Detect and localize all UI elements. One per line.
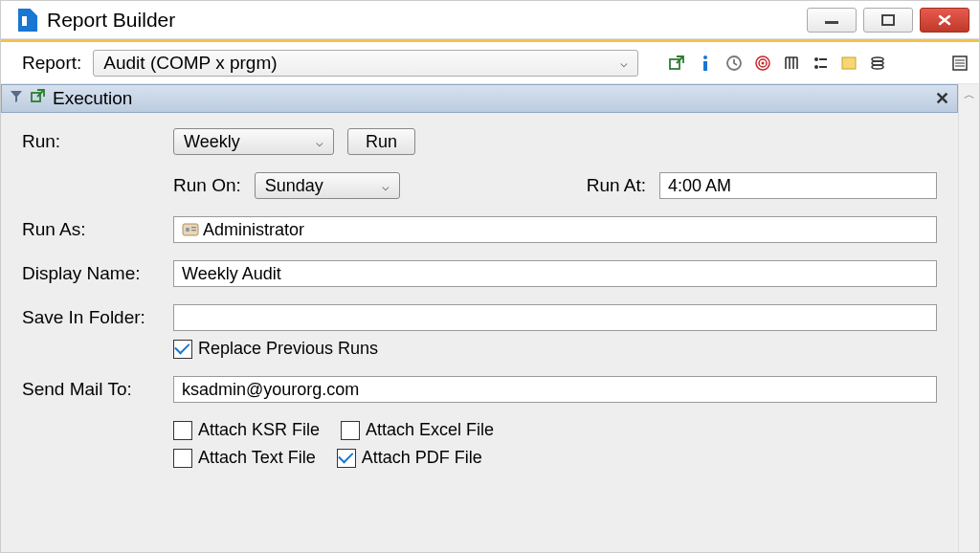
run-on-value: Sunday: [265, 176, 323, 196]
run-frequency-dropdown[interactable]: Weekly ⌵: [173, 128, 334, 155]
target-icon[interactable]: [753, 54, 772, 73]
checkbox-icon: [173, 340, 192, 359]
svg-point-3: [703, 55, 707, 59]
run-on-dropdown[interactable]: Sunday ⌵: [255, 172, 400, 199]
popout-icon[interactable]: [31, 89, 45, 108]
info-icon[interactable]: [696, 54, 715, 73]
app-icon: [18, 9, 37, 32]
attach-ksr-checkbox[interactable]: Attach KSR File: [173, 420, 320, 440]
stack-icon[interactable]: [868, 54, 887, 73]
run-as-input[interactable]: Administrator: [173, 216, 937, 243]
report-dropdown[interactable]: Audit (COMP x prgm) ⌵: [93, 50, 638, 77]
run-as-label: Run As:: [22, 219, 173, 240]
send-mail-input[interactable]: ksadmin@yourorg.com: [173, 376, 937, 403]
popout-icon[interactable]: [667, 54, 686, 73]
section-title: Execution: [53, 88, 132, 109]
scroll-track[interactable]: [959, 105, 979, 553]
checkbox-icon: [341, 421, 360, 440]
checkbox-icon: [173, 449, 192, 468]
toolbar-right: [950, 54, 969, 73]
run-label: Run:: [22, 131, 173, 152]
maximize-button[interactable]: [863, 8, 913, 33]
window-controls: [807, 8, 979, 33]
row-attach-2: Attach Text File Attach PDF File: [22, 448, 937, 468]
report-value: Audit (COMP x prgm): [103, 53, 277, 74]
svg-rect-24: [191, 227, 196, 228]
svg-point-9: [814, 57, 818, 61]
attach-text-label: Attach Text File: [198, 448, 316, 468]
row-schedule: Run On: Sunday ⌵ Run At: 4:00 AM: [22, 172, 937, 199]
vertical-scrollbar[interactable]: ︿: [958, 84, 979, 553]
properties-icon[interactable]: [950, 54, 969, 73]
save-folder-label: Save In Folder:: [22, 307, 173, 328]
run-at-value: 4:00 AM: [668, 176, 731, 196]
close-button[interactable]: [920, 8, 969, 33]
run-at-input[interactable]: 4:00 AM: [659, 172, 937, 199]
chevron-down-icon: ⌵: [382, 179, 390, 193]
attach-excel-label: Attach Excel File: [366, 420, 494, 440]
row-savefolder: Save In Folder:: [22, 304, 937, 331]
scroll-up-icon[interactable]: ︿: [959, 84, 979, 105]
content-area: Execution ✕ Run: Weekly ⌵ Run Run On:: [1, 84, 979, 553]
section-header-execution: Execution ✕: [1, 84, 958, 113]
section-close-icon[interactable]: ✕: [935, 88, 949, 109]
attach-ksr-label: Attach KSR File: [198, 420, 320, 440]
execution-form: Run: Weekly ⌵ Run Run On: Sunday ⌵ Run A…: [1, 113, 958, 491]
highlight-icon[interactable]: [839, 54, 858, 73]
row-attach-1: Attach KSR File Attach Excel File: [22, 420, 937, 440]
toolbar-icons: [667, 54, 887, 73]
settings-icon[interactable]: [811, 54, 830, 73]
checkbox-icon: [337, 449, 356, 468]
toolbar: Report: Audit (COMP x prgm) ⌵: [1, 42, 979, 84]
titlebar: Report Builder: [1, 1, 979, 39]
run-on-label: Run On:: [173, 175, 241, 196]
send-mail-label: Send Mail To:: [22, 379, 173, 400]
svg-point-11: [814, 65, 818, 69]
attach-pdf-label: Attach PDF File: [362, 448, 482, 468]
svg-point-8: [762, 61, 765, 64]
attach-text-checkbox[interactable]: Attach Text File: [173, 448, 316, 468]
columns-icon[interactable]: [782, 54, 801, 73]
replace-label: Replace Previous Runs: [198, 339, 378, 359]
form-pane: Execution ✕ Run: Weekly ⌵ Run Run On:: [1, 84, 958, 553]
display-name-label: Display Name:: [22, 263, 173, 284]
display-name-input[interactable]: Weekly Audit: [173, 260, 937, 287]
run-button[interactable]: Run: [347, 128, 415, 155]
row-sendmail: Send Mail To: ksadmin@yourorg.com: [22, 376, 937, 403]
attach-pdf-checkbox[interactable]: Attach PDF File: [337, 448, 482, 468]
window-title: Report Builder: [47, 9, 175, 32]
replace-previous-checkbox[interactable]: Replace Previous Runs: [173, 339, 378, 359]
row-run: Run: Weekly ⌵ Run: [22, 128, 937, 155]
save-folder-input[interactable]: [173, 304, 937, 331]
svg-rect-13: [842, 57, 856, 69]
svg-rect-1: [882, 15, 894, 25]
attach-excel-checkbox[interactable]: Attach Excel File: [341, 420, 494, 440]
user-icon: [182, 222, 199, 237]
clock-icon[interactable]: [724, 54, 744, 73]
chevron-down-icon: ⌵: [316, 135, 323, 149]
svg-rect-0: [825, 21, 838, 24]
svg-point-16: [872, 65, 883, 69]
checkbox-icon: [173, 421, 192, 440]
svg-rect-4: [703, 61, 707, 71]
row-runas: Run As: Administrator: [22, 216, 937, 243]
display-name-value: Weekly Audit: [182, 264, 281, 284]
row-displayname: Display Name: Weekly Audit: [22, 260, 937, 287]
svg-rect-12: [819, 66, 827, 68]
report-label: Report:: [22, 53, 81, 74]
svg-point-23: [186, 228, 189, 232]
run-as-value: Administrator: [203, 220, 304, 240]
run-frequency-value: Weekly: [184, 132, 240, 152]
row-replace: Replace Previous Runs: [22, 339, 937, 359]
send-mail-value: ksadmin@yourorg.com: [182, 380, 359, 400]
svg-rect-10: [819, 58, 827, 60]
chevron-down-icon: ⌵: [620, 55, 628, 70]
run-at-label: Run At:: [587, 175, 646, 196]
svg-rect-25: [191, 230, 196, 231]
minimize-button[interactable]: [807, 8, 857, 33]
filter-icon[interactable]: [10, 89, 23, 108]
